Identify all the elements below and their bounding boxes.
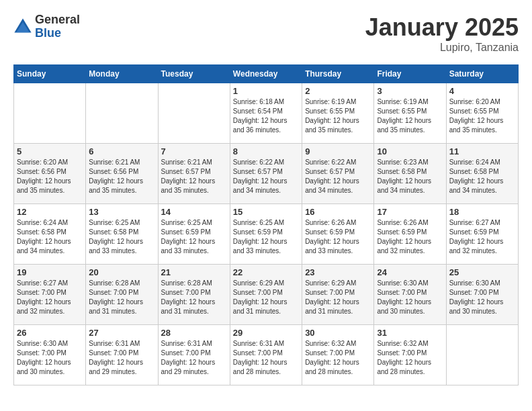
day-info: Sunrise: 6:24 AM Sunset: 6:58 PM Dayligh… <box>449 158 515 195</box>
week-row-2: 5Sunrise: 6:20 AM Sunset: 6:56 PM Daylig… <box>14 144 519 204</box>
day-number: 20 <box>89 267 154 277</box>
day-info: Sunrise: 6:25 AM Sunset: 6:59 PM Dayligh… <box>233 218 299 256</box>
day-number: 23 <box>305 267 371 277</box>
location-title: Lupiro, Tanzania <box>365 42 519 54</box>
day-number: 21 <box>161 267 227 277</box>
calendar-cell: 30Sunrise: 6:32 AM Sunset: 7:00 PM Dayli… <box>302 325 374 385</box>
day-number: 16 <box>305 207 371 217</box>
column-header-friday: Friday <box>374 65 446 83</box>
calendar-cell: 11Sunrise: 6:24 AM Sunset: 6:58 PM Dayli… <box>446 144 518 204</box>
calendar-cell: 8Sunrise: 6:22 AM Sunset: 6:57 PM Daylig… <box>230 144 302 204</box>
calendar-cell: 19Sunrise: 6:27 AM Sunset: 7:00 PM Dayli… <box>14 265 86 325</box>
day-info: Sunrise: 6:22 AM Sunset: 6:57 PM Dayligh… <box>305 158 371 195</box>
day-number: 7 <box>161 146 227 156</box>
calendar-cell: 6Sunrise: 6:21 AM Sunset: 6:56 PM Daylig… <box>86 144 158 204</box>
day-number: 13 <box>89 207 154 217</box>
logo: General Blue <box>13 13 80 40</box>
calendar-cell: 9Sunrise: 6:22 AM Sunset: 6:57 PM Daylig… <box>302 144 374 204</box>
calendar-cell: 28Sunrise: 6:31 AM Sunset: 7:00 PM Dayli… <box>158 325 230 385</box>
day-number: 17 <box>377 207 443 217</box>
day-number: 26 <box>17 328 83 338</box>
header-row: SundayMondayTuesdayWednesdayThursdayFrid… <box>14 65 519 83</box>
column-header-saturday: Saturday <box>446 65 518 83</box>
day-number: 18 <box>449 207 515 217</box>
day-number: 27 <box>89 328 154 338</box>
day-number: 4 <box>449 86 515 96</box>
logo-general: General <box>35 13 80 27</box>
day-info: Sunrise: 6:21 AM Sunset: 6:57 PM Dayligh… <box>161 158 227 195</box>
day-number: 2 <box>305 86 371 96</box>
column-header-monday: Monday <box>86 65 158 83</box>
column-header-thursday: Thursday <box>302 65 374 83</box>
day-number: 11 <box>449 146 515 156</box>
day-info: Sunrise: 6:30 AM Sunset: 7:00 PM Dayligh… <box>377 279 443 316</box>
calendar-cell: 17Sunrise: 6:26 AM Sunset: 6:59 PM Dayli… <box>374 204 446 265</box>
calendar-cell: 10Sunrise: 6:23 AM Sunset: 6:58 PM Dayli… <box>374 144 446 204</box>
column-header-tuesday: Tuesday <box>158 65 230 83</box>
day-number: 19 <box>17 267 83 277</box>
calendar-cell: 15Sunrise: 6:25 AM Sunset: 6:59 PM Dayli… <box>230 204 302 265</box>
day-number: 25 <box>449 267 515 277</box>
day-number: 6 <box>89 146 154 156</box>
calendar-cell: 29Sunrise: 6:31 AM Sunset: 7:00 PM Dayli… <box>230 325 302 385</box>
calendar-cell: 20Sunrise: 6:28 AM Sunset: 7:00 PM Dayli… <box>86 265 158 325</box>
day-info: Sunrise: 6:19 AM Sunset: 6:55 PM Dayligh… <box>377 97 443 135</box>
day-info: Sunrise: 6:27 AM Sunset: 7:00 PM Dayligh… <box>17 279 83 316</box>
week-row-4: 19Sunrise: 6:27 AM Sunset: 7:00 PM Dayli… <box>14 265 519 325</box>
calendar-cell: 24Sunrise: 6:30 AM Sunset: 7:00 PM Dayli… <box>374 265 446 325</box>
day-info: Sunrise: 6:32 AM Sunset: 7:00 PM Dayligh… <box>305 339 371 377</box>
day-info: Sunrise: 6:23 AM Sunset: 6:58 PM Dayligh… <box>377 158 443 195</box>
calendar-cell <box>86 83 158 144</box>
calendar-cell: 13Sunrise: 6:25 AM Sunset: 6:58 PM Dayli… <box>86 204 158 265</box>
day-info: Sunrise: 6:18 AM Sunset: 6:54 PM Dayligh… <box>233 97 299 135</box>
day-number: 5 <box>17 146 83 156</box>
week-row-5: 26Sunrise: 6:30 AM Sunset: 7:00 PM Dayli… <box>14 325 519 385</box>
column-header-sunday: Sunday <box>14 65 86 83</box>
day-number: 24 <box>377 267 443 277</box>
day-info: Sunrise: 6:28 AM Sunset: 7:00 PM Dayligh… <box>161 279 227 316</box>
month-title: January 2025 <box>365 13 519 42</box>
day-info: Sunrise: 6:32 AM Sunset: 7:00 PM Dayligh… <box>377 339 443 377</box>
day-number: 14 <box>161 207 227 217</box>
calendar-cell: 27Sunrise: 6:31 AM Sunset: 7:00 PM Dayli… <box>86 325 158 385</box>
day-info: Sunrise: 6:31 AM Sunset: 7:00 PM Dayligh… <box>89 339 154 377</box>
calendar-cell: 25Sunrise: 6:30 AM Sunset: 7:00 PM Dayli… <box>446 265 518 325</box>
day-info: Sunrise: 6:29 AM Sunset: 7:00 PM Dayligh… <box>233 279 299 316</box>
calendar-cell <box>158 83 230 144</box>
calendar-cell: 12Sunrise: 6:24 AM Sunset: 6:58 PM Dayli… <box>14 204 86 265</box>
calendar-cell: 2Sunrise: 6:19 AM Sunset: 6:55 PM Daylig… <box>302 83 374 144</box>
day-number: 31 <box>377 328 443 338</box>
calendar-cell: 14Sunrise: 6:25 AM Sunset: 6:59 PM Dayli… <box>158 204 230 265</box>
day-info: Sunrise: 6:31 AM Sunset: 7:00 PM Dayligh… <box>161 339 227 377</box>
day-info: Sunrise: 6:26 AM Sunset: 6:59 PM Dayligh… <box>377 218 443 256</box>
calendar-cell: 3Sunrise: 6:19 AM Sunset: 6:55 PM Daylig… <box>374 83 446 144</box>
calendar-cell: 18Sunrise: 6:27 AM Sunset: 6:59 PM Dayli… <box>446 204 518 265</box>
calendar-cell: 23Sunrise: 6:29 AM Sunset: 7:00 PM Dayli… <box>302 265 374 325</box>
day-info: Sunrise: 6:30 AM Sunset: 7:00 PM Dayligh… <box>17 339 83 377</box>
day-info: Sunrise: 6:29 AM Sunset: 7:00 PM Dayligh… <box>305 279 371 316</box>
day-info: Sunrise: 6:20 AM Sunset: 6:55 PM Dayligh… <box>449 97 515 135</box>
day-info: Sunrise: 6:20 AM Sunset: 6:56 PM Dayligh… <box>17 158 83 195</box>
logo-icon <box>13 17 32 36</box>
calendar-cell: 16Sunrise: 6:26 AM Sunset: 6:59 PM Dayli… <box>302 204 374 265</box>
day-info: Sunrise: 6:19 AM Sunset: 6:55 PM Dayligh… <box>305 97 371 135</box>
day-number: 3 <box>377 86 443 96</box>
day-info: Sunrise: 6:26 AM Sunset: 6:59 PM Dayligh… <box>305 218 371 256</box>
calendar-cell: 21Sunrise: 6:28 AM Sunset: 7:00 PM Dayli… <box>158 265 230 325</box>
day-number: 9 <box>305 146 371 156</box>
calendar-cell <box>446 325 518 385</box>
day-info: Sunrise: 6:24 AM Sunset: 6:58 PM Dayligh… <box>17 218 83 256</box>
calendar-cell: 7Sunrise: 6:21 AM Sunset: 6:57 PM Daylig… <box>158 144 230 204</box>
day-info: Sunrise: 6:27 AM Sunset: 6:59 PM Dayligh… <box>449 218 515 256</box>
calendar-cell: 5Sunrise: 6:20 AM Sunset: 6:56 PM Daylig… <box>14 144 86 204</box>
day-info: Sunrise: 6:31 AM Sunset: 7:00 PM Dayligh… <box>233 339 299 377</box>
day-number: 28 <box>161 328 227 338</box>
day-number: 12 <box>17 207 83 217</box>
day-number: 30 <box>305 328 371 338</box>
title-block: January 2025 Lupiro, Tanzania <box>365 13 519 54</box>
day-info: Sunrise: 6:30 AM Sunset: 7:00 PM Dayligh… <box>449 279 515 316</box>
day-info: Sunrise: 6:22 AM Sunset: 6:57 PM Dayligh… <box>233 158 299 195</box>
day-info: Sunrise: 6:21 AM Sunset: 6:56 PM Dayligh… <box>89 158 154 195</box>
day-number: 29 <box>233 328 299 338</box>
calendar-cell: 26Sunrise: 6:30 AM Sunset: 7:00 PM Dayli… <box>14 325 86 385</box>
